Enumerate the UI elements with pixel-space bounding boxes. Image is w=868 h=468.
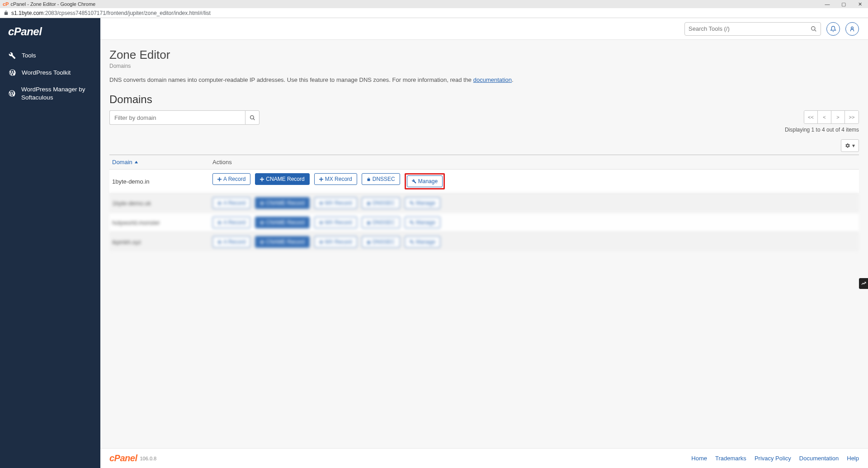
plus-icon bbox=[319, 240, 323, 244]
manage-button[interactable]: Manage bbox=[405, 236, 440, 248]
svg-rect-8 bbox=[260, 179, 264, 180]
gear-icon bbox=[845, 143, 850, 148]
pagination-prev[interactable]: < bbox=[818, 111, 831, 123]
window-titlebar: cP cPanel - Zone Editor - Google Chrome … bbox=[0, 0, 868, 8]
lock-icon bbox=[367, 201, 371, 205]
plus-icon bbox=[217, 201, 222, 205]
documentation-link[interactable]: documentation bbox=[473, 76, 512, 83]
svg-line-4 bbox=[253, 118, 255, 120]
plus-icon bbox=[260, 177, 264, 181]
breadcrumb: Domains bbox=[109, 63, 859, 69]
sidebar-item-wp-toolkit[interactable]: WordPress Toolkit bbox=[0, 64, 100, 81]
wrench-icon bbox=[410, 201, 414, 205]
domain-cell: holyworld.monster bbox=[112, 219, 212, 226]
svg-rect-12 bbox=[217, 203, 222, 203]
footer-link-home[interactable]: Home bbox=[691, 455, 707, 462]
a-record-button[interactable]: A Record bbox=[212, 236, 250, 248]
svg-rect-24 bbox=[217, 241, 222, 242]
close-button[interactable]: ✕ bbox=[852, 0, 868, 8]
plus-icon bbox=[260, 201, 264, 205]
page-title: Zone Editor bbox=[109, 48, 859, 62]
footer-link-privacy-policy[interactable]: Privacy Policy bbox=[755, 455, 791, 462]
address-path: :2083/cpsess7485107171/frontend/jupiter/… bbox=[43, 10, 211, 16]
table-row: ikpmkh.xyz A Record CNAME Record MX Reco… bbox=[109, 232, 859, 251]
pagination-first[interactable]: << bbox=[804, 111, 818, 123]
topbar bbox=[100, 18, 868, 40]
svg-line-1 bbox=[815, 29, 816, 31]
lock-icon bbox=[4, 10, 9, 15]
cname-record-button[interactable]: CNAME Record bbox=[255, 173, 309, 185]
cname-record-button[interactable]: CNAME Record bbox=[255, 217, 309, 228]
svg-point-3 bbox=[250, 115, 254, 119]
plus-icon bbox=[319, 177, 323, 181]
sidebar-item-tools[interactable]: Tools bbox=[0, 47, 100, 64]
window-title: cPanel - Zone Editor - Google Chrome bbox=[10, 1, 95, 7]
plus-icon bbox=[217, 177, 222, 181]
svg-rect-16 bbox=[319, 203, 323, 203]
manage-button[interactable]: Manage bbox=[407, 175, 443, 187]
user-button[interactable] bbox=[845, 22, 859, 36]
manage-button[interactable]: Manage bbox=[405, 217, 440, 228]
domain-cell: ikpmkh.xyz bbox=[112, 239, 212, 246]
table-row: 1byte-demo.in A Record CNAME Record MX R… bbox=[109, 169, 859, 193]
chevron-down-icon: ▾ bbox=[852, 142, 855, 149]
table-settings-button[interactable]: ▾ bbox=[841, 139, 859, 152]
sort-asc-icon bbox=[134, 160, 138, 164]
a-record-button[interactable]: A Record bbox=[212, 197, 250, 209]
plus-icon bbox=[319, 221, 323, 225]
lock-icon bbox=[367, 177, 371, 181]
filter-search-button[interactable] bbox=[245, 110, 259, 125]
footer-link-help[interactable]: Help bbox=[847, 455, 859, 462]
footer-logo[interactable]: cPanel bbox=[109, 453, 137, 463]
dnssec-button[interactable]: DNSSEC bbox=[362, 217, 400, 228]
svg-rect-22 bbox=[319, 222, 323, 223]
logo[interactable]: cPanel bbox=[0, 18, 100, 47]
wrench-icon bbox=[410, 220, 414, 225]
plus-icon bbox=[319, 201, 323, 205]
cname-record-button[interactable]: CNAME Record bbox=[255, 197, 309, 209]
footer-link-documentation[interactable]: Documentation bbox=[799, 455, 839, 462]
manage-button[interactable]: Manage bbox=[405, 197, 440, 209]
a-record-button[interactable]: A Record bbox=[212, 173, 250, 185]
plus-icon bbox=[217, 221, 222, 225]
dnssec-button[interactable]: DNSSEC bbox=[362, 197, 400, 209]
dnssec-button[interactable]: DNSSEC bbox=[362, 236, 400, 248]
filter-domain-input[interactable] bbox=[109, 110, 245, 125]
logo-text: cPanel bbox=[8, 25, 42, 38]
table-header: Domain Actions bbox=[109, 155, 859, 169]
mx-record-button[interactable]: MX Record bbox=[314, 197, 357, 209]
svg-rect-20 bbox=[260, 222, 264, 223]
notifications-button[interactable] bbox=[826, 22, 840, 36]
stats-tab[interactable] bbox=[859, 278, 868, 289]
page-description: DNS converts domain names into computer-… bbox=[109, 76, 859, 83]
mx-record-button[interactable]: MX Record bbox=[314, 217, 357, 228]
svg-point-0 bbox=[811, 26, 815, 30]
mx-record-button[interactable]: MX Record bbox=[314, 173, 357, 185]
domain-cell: 1byte-demo.in bbox=[112, 178, 212, 185]
minimize-button[interactable]: — bbox=[819, 0, 835, 8]
dnssec-button[interactable]: DNSSEC bbox=[362, 173, 400, 185]
cpanel-favicon: cP bbox=[3, 1, 9, 7]
wrench-icon bbox=[410, 240, 414, 244]
tools-icon bbox=[8, 52, 16, 59]
svg-rect-10 bbox=[319, 179, 323, 180]
a-record-button[interactable]: A Record bbox=[212, 217, 250, 228]
mx-record-button[interactable]: MX Record bbox=[314, 236, 357, 248]
footer-link-trademarks[interactable]: Trademarks bbox=[715, 455, 746, 462]
sidebar-item-wp-manager[interactable]: WordPress Manager by Softaculous bbox=[0, 81, 100, 106]
column-domain[interactable]: Domain bbox=[112, 159, 212, 165]
svg-point-2 bbox=[851, 27, 854, 29]
address-bar[interactable]: s1.1byte.com:2083/cpsess7485107171/front… bbox=[0, 8, 868, 18]
svg-rect-18 bbox=[217, 222, 222, 223]
search-tools[interactable] bbox=[684, 22, 821, 36]
search-icon[interactable] bbox=[811, 26, 817, 32]
cname-record-button[interactable]: CNAME Record bbox=[255, 236, 309, 248]
svg-rect-26 bbox=[260, 241, 264, 242]
pagination-last[interactable]: >> bbox=[845, 111, 859, 123]
maximize-button[interactable]: ▢ bbox=[835, 0, 852, 8]
pagination-next[interactable]: > bbox=[831, 111, 845, 123]
search-input[interactable] bbox=[689, 25, 811, 32]
domains-table: Domain Actions 1byte-demo.in A Record CN… bbox=[109, 155, 859, 251]
wordpress-icon bbox=[8, 90, 16, 97]
pagination: << < > >> bbox=[804, 110, 859, 124]
